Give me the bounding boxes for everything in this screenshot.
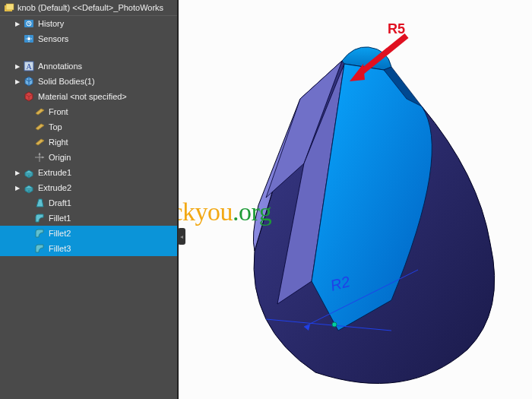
expand-toggle-icon[interactable]: ▶ bbox=[14, 185, 21, 192]
model-viewport[interactable]: R5 R2 luckyou.org bbox=[179, 0, 532, 399]
tree-item-blank bbox=[0, 46, 177, 59]
expand-toggle-icon[interactable]: ▶ bbox=[14, 78, 21, 85]
tree-item-top[interactable]: ▶Top bbox=[0, 119, 177, 135]
tree-item-material-not-specified-[interactable]: ▶Material <not specified> bbox=[0, 89, 177, 104]
tree-item-draft1[interactable]: ▶Draft1 bbox=[0, 195, 177, 211]
tree-item-label: Fillet3 bbox=[49, 244, 71, 253]
tree-item-label: Top bbox=[49, 122, 62, 131]
tree-item-extrude2[interactable]: ▶Extrude2 bbox=[0, 180, 177, 195]
tree-item-label: Extrude2 bbox=[38, 183, 71, 192]
part-icon bbox=[4, 2, 14, 13]
tree-item-origin[interactable]: ▶Origin bbox=[0, 150, 177, 165]
solid-icon bbox=[23, 75, 35, 87]
sidebar-header[interactable]: knob (Default) <<Default>_PhotoWorks bbox=[0, 0, 177, 16]
tree-item-front[interactable]: ▶Front bbox=[0, 104, 177, 119]
tree-item-label: History bbox=[38, 19, 64, 28]
extrude-icon bbox=[23, 166, 35, 179]
part-title: knob (Default) <<Default>_PhotoWorks bbox=[17, 3, 163, 12]
watermark: luckyou.org bbox=[179, 198, 271, 226]
tree-item-solid-bodies-1-[interactable]: ▶Solid Bodies(1) bbox=[0, 74, 177, 89]
plane-icon bbox=[33, 136, 46, 148]
dimension-label-r5: R5 bbox=[388, 21, 405, 37]
tree-item-annotations[interactable]: ▶AAnnotations bbox=[0, 59, 177, 74]
tree-item-fillet2[interactable]: ▶Fillet2 bbox=[0, 226, 177, 241]
fillet-icon bbox=[33, 242, 46, 255]
tree-item-history[interactable]: ▶History bbox=[0, 16, 177, 31]
history-icon bbox=[23, 17, 35, 30]
tree-item-extrude1[interactable]: ▶Extrude1 bbox=[0, 165, 177, 180]
origin-icon bbox=[33, 151, 46, 163]
tree-item-label: Front bbox=[49, 107, 68, 116]
fillet-icon bbox=[33, 227, 46, 239]
svg-line-11 bbox=[359, 36, 407, 74]
svg-marker-12 bbox=[350, 64, 365, 81]
svg-rect-1 bbox=[6, 4, 14, 10]
expand-toggle-icon[interactable]: ▶ bbox=[14, 21, 21, 27]
expand-toggle-icon[interactable]: ▶ bbox=[14, 63, 21, 70]
tree-item-label: Draft1 bbox=[49, 198, 71, 207]
tree-item-label: Material <not specified> bbox=[38, 92, 127, 101]
tree-item-label: Fillet2 bbox=[49, 229, 71, 238]
svg-point-5 bbox=[27, 37, 30, 40]
tree-item-label: Right bbox=[49, 138, 68, 147]
panel-resize-handle[interactable]: ◂ bbox=[178, 228, 185, 245]
tree-item-right[interactable]: ▶Right bbox=[0, 135, 177, 150]
tree-item-label: Extrude1 bbox=[38, 168, 71, 177]
expand-toggle-icon[interactable]: ▶ bbox=[14, 169, 21, 176]
annot-icon: A bbox=[23, 60, 35, 72]
draft-icon bbox=[33, 197, 46, 209]
svg-text:A: A bbox=[26, 62, 32, 71]
tree-item-label: Origin bbox=[49, 153, 71, 162]
feature-tree-sidebar: knob (Default) <<Default>_PhotoWorks ▶Hi… bbox=[0, 0, 179, 399]
tree-item-label: Fillet1 bbox=[49, 214, 71, 223]
tree-item-label: Solid Bodies(1) bbox=[38, 77, 95, 86]
fillet-icon bbox=[33, 212, 46, 224]
plane-icon bbox=[33, 106, 46, 118]
tree-item-label: Annotations bbox=[38, 62, 82, 71]
tree-item-fillet3[interactable]: ▶Fillet3 bbox=[0, 241, 177, 256]
mat-icon bbox=[23, 90, 35, 103]
tree-item-sensors[interactable]: ▶Sensors bbox=[0, 31, 177, 46]
extrude-icon bbox=[23, 182, 35, 194]
plane-icon bbox=[33, 121, 46, 133]
tree-item-label: Sensors bbox=[38, 34, 68, 43]
feature-tree: ▶History▶Sensors▶AAnnotations▶Solid Bodi… bbox=[0, 16, 177, 256]
tree-item-fillet1[interactable]: ▶Fillet1 bbox=[0, 211, 177, 226]
sensor-icon bbox=[23, 33, 35, 45]
